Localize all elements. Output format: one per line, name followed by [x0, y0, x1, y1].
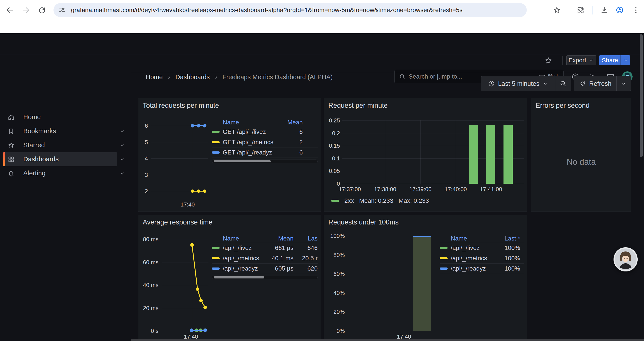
floating-assistant-avatar[interactable] — [613, 247, 638, 272]
legend-scrollbar[interactable] — [212, 160, 318, 163]
chevron-right-icon — [213, 74, 219, 80]
sidebar: HomeBookmarksStarredDashboardsAlerting — [0, 55, 131, 341]
extensions-icon[interactable] — [576, 5, 585, 15]
x-axis-tick-label: 17:41:00 — [476, 186, 506, 193]
y-axis-tick-label: 0.15 — [324, 142, 340, 149]
legend-scrollbar-thumb[interactable] — [214, 160, 271, 162]
gridline-vertical — [456, 121, 456, 184]
toolbar-divider — [592, 6, 592, 15]
legend-series-value: 20.5 r — [295, 255, 318, 262]
chevron-down-icon[interactable] — [119, 170, 126, 176]
forward-icon[interactable] — [21, 5, 31, 15]
legend-header-value[interactable]: Mean — [265, 235, 294, 242]
legend-series-value: 6 — [276, 149, 303, 156]
sidebar-item-home[interactable]: Home — [0, 110, 131, 124]
legend-scrollbar[interactable] — [212, 276, 318, 279]
x-axis-tick-label: 17:40:00 — [440, 186, 471, 193]
vertical-scrollbar-thumb[interactable] — [640, 34, 643, 157]
reload-icon[interactable] — [37, 5, 47, 15]
legend-header-name[interactable]: Name — [451, 235, 494, 242]
y-axis-tick-label: 80% — [324, 252, 345, 258]
legend-row: GET /api/_/livez6 — [212, 127, 318, 137]
bookmark-icon — [8, 128, 15, 135]
sidebar-item-alerting[interactable]: Alerting — [0, 166, 131, 180]
sidebar-item-dashboards[interactable]: Dashboards — [0, 152, 131, 166]
share-button[interactable]: Share — [599, 55, 620, 65]
panel-title[interactable]: Errors per second — [536, 102, 590, 110]
legend-series-name[interactable]: GET /api/_/readyz — [223, 149, 276, 156]
series-swatch — [212, 141, 220, 143]
legend-row: GET /api/_/readyz6 — [212, 147, 318, 158]
browser-menu-icon[interactable] — [631, 5, 641, 15]
legend-series-value: 661 µs — [265, 244, 294, 251]
legend-header-value[interactable]: Las — [295, 235, 318, 242]
download-icon[interactable] — [600, 5, 609, 15]
bookmark-star-icon[interactable] — [552, 5, 562, 15]
breadcrumb-link[interactable]: Home — [146, 74, 163, 81]
legend-series-name[interactable]: GET /api/_/livez — [223, 128, 276, 135]
series-swatch — [440, 257, 448, 259]
y-axis-tick-label: 40% — [324, 290, 345, 296]
legend-series-name[interactable]: /api/_/readyz — [451, 265, 494, 272]
legend-series-value: 2 — [276, 139, 303, 146]
sidebar-item-label: Starred — [23, 141, 45, 149]
breadcrumb-link[interactable]: Dashboards — [175, 74, 210, 81]
bar-2xx — [486, 125, 496, 184]
site-info-icon[interactable] — [58, 6, 66, 14]
url-bar[interactable]: grafana.mathmast.com/d/deytv4rwavabkb/fr… — [54, 3, 527, 17]
sidebar-item-bookmarks[interactable]: Bookmarks — [0, 124, 131, 138]
sidebar-item-label: Dashboards — [23, 155, 59, 163]
legend-header-value[interactable]: Mean — [276, 119, 303, 126]
legend-series-value: 100% — [494, 255, 520, 262]
grafana-top-nav: Grafana HomeDashboardsFreeleaps Metrics … — [0, 33, 644, 55]
legend-header-name[interactable]: Name — [223, 235, 265, 242]
time-range-label: Last 5 minutes — [498, 80, 540, 87]
favorite-star-icon[interactable] — [544, 56, 553, 65]
bookmarks-bar: Freeleaps收藏博客 — [0, 20, 644, 33]
chevron-down-icon — [623, 58, 628, 63]
legend-series-name[interactable]: /api/_/livez — [223, 244, 265, 251]
chevron-down-icon[interactable] — [119, 142, 126, 148]
legend-scrollbar-thumb[interactable] — [214, 276, 264, 278]
panel-requests-under-100ms: Requests under 100ms 100%80%60%40%20%0%1… — [324, 215, 528, 341]
no-data-message: No data — [531, 157, 631, 167]
back-icon[interactable] — [5, 5, 15, 15]
y-axis-tick-label: 60% — [324, 270, 345, 277]
legend-row: /api/_/metrics100% — [440, 253, 524, 263]
chevron-down-icon[interactable] — [119, 128, 126, 134]
refresh-button[interactable]: Refresh — [574, 76, 616, 91]
chevron-down-icon — [589, 58, 594, 63]
legend-row: /api/_/livez100% — [440, 243, 524, 253]
time-range-picker[interactable]: Last 5 minutes — [481, 76, 555, 91]
series-swatch — [440, 247, 448, 249]
legend-series-name[interactable]: /api/_/metrics — [451, 255, 494, 262]
star-icon — [8, 142, 15, 149]
horizontal-scrollbar[interactable] — [131, 339, 644, 341]
y-axis-tick-label: 0.25 — [324, 117, 340, 124]
legend-series-name[interactable]: GET /api/_/metrics — [223, 139, 276, 146]
series-mean: Mean: 0.233 — [359, 197, 394, 204]
series-swatch — [212, 131, 220, 133]
export-button[interactable]: Export — [566, 55, 596, 65]
legend-header-name[interactable]: Name — [223, 119, 276, 126]
legend-2xx[interactable]: 2xx Mean: 0.233 Max: 0.233 — [331, 197, 429, 204]
legend-header-value[interactable]: Last * — [494, 235, 520, 242]
y-axis-tick-label: 100% — [324, 233, 345, 239]
active-highlight — [3, 152, 117, 166]
sidebar-item-starred[interactable]: Starred — [0, 138, 131, 152]
legend-series-name[interactable]: /api/_/livez — [451, 244, 494, 251]
panel-average-response-time: Average response time 80 ms60 ms40 ms20 … — [138, 215, 321, 341]
series-swatch — [212, 267, 220, 270]
refresh-interval-button[interactable] — [616, 76, 631, 91]
sidebar-item-label: Alerting — [23, 169, 46, 177]
gridline-horizontal — [342, 171, 524, 171]
profile-icon[interactable] — [615, 5, 624, 15]
legend-series-name[interactable]: /api/_/metrics — [223, 255, 265, 262]
gridline-horizontal — [347, 331, 436, 331]
share-menu-button[interactable] — [621, 55, 630, 65]
zoom-out-button[interactable] — [555, 76, 571, 91]
gridline-horizontal — [342, 158, 524, 159]
legend-series-name[interactable]: /api/_/readyz — [223, 265, 265, 272]
chevron-down-icon[interactable] — [119, 156, 126, 162]
browser-toolbar: grafana.mathmast.com/d/deytv4rwavabkb/fr… — [0, 0, 644, 20]
